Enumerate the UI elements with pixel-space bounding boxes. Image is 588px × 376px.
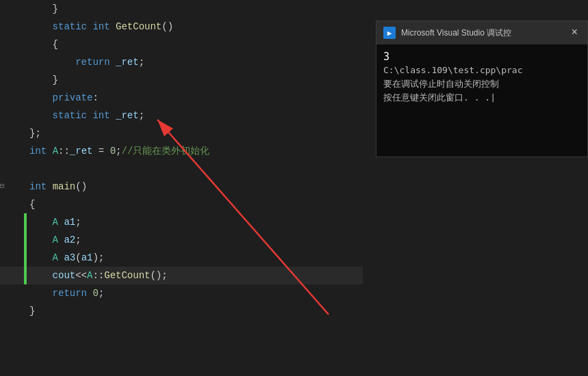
- code-content: cout<<A::GetCount();: [27, 267, 363, 284]
- code-line: A a2;: [0, 231, 363, 249]
- line-number: [0, 267, 24, 284]
- token: [29, 21, 53, 32]
- token: :: [92, 92, 98, 103]
- code-content: }: [27, 302, 363, 320]
- code-content: };: [27, 124, 363, 142]
- code-content: private:: [27, 89, 363, 107]
- line-number: [0, 71, 24, 89]
- code-line: return 0;: [0, 284, 363, 302]
- fold-indicator[interactable]: ⊟: [0, 178, 8, 196]
- line-number: [0, 231, 24, 249]
- code-content: {: [27, 196, 363, 213]
- token: [110, 110, 116, 121]
- code-content: }: [27, 0, 363, 18]
- code-content: [27, 160, 363, 178]
- token: _ret: [116, 57, 139, 68]
- line-number: [0, 284, 24, 302]
- token: (): [75, 181, 87, 192]
- code-line: static int GetCount(): [0, 18, 363, 36]
- line-number: ⊟: [0, 178, 24, 196]
- code-line: {: [0, 196, 363, 213]
- code-content: static int _ret;: [27, 107, 363, 124]
- line-number: [0, 36, 24, 53]
- token: A: [53, 252, 58, 263]
- token: return: [53, 288, 87, 299]
- code-line: static int _ret;: [0, 107, 363, 124]
- token: a1: [64, 217, 75, 228]
- code-line: }: [0, 302, 363, 320]
- code-content: {: [27, 36, 363, 53]
- token: a1: [81, 252, 93, 263]
- code-line: }: [0, 71, 363, 89]
- code-content: int A::_ret = 0;//只能在类外初始化: [27, 142, 363, 160]
- line-number: [0, 213, 24, 231]
- code-line: A a1;: [0, 213, 363, 231]
- close-button[interactable]: ×: [568, 26, 580, 40]
- token: [29, 252, 53, 263]
- token: _ret: [70, 146, 93, 157]
- token: _ret: [116, 110, 139, 121]
- line-number: [0, 196, 24, 213]
- token: {: [29, 199, 35, 210]
- code-content: A a2;: [27, 231, 363, 249]
- token: {: [29, 39, 58, 50]
- token: ;: [75, 234, 81, 245]
- line-number: [0, 107, 24, 124]
- popup-header: ▶ Microsoft Visual Studio 调试控 ×: [376, 21, 587, 44]
- line-number: [0, 142, 24, 160]
- token: static: [53, 21, 87, 32]
- popup-body-line: C:\class.109\test.cpp\prac: [383, 64, 580, 77]
- code-line: ⊟int main(): [0, 178, 363, 196]
- token: [29, 92, 53, 103]
- line-number: [0, 249, 24, 267]
- token: [29, 57, 75, 68]
- token: A: [53, 217, 58, 228]
- debug-popup: ▶ Microsoft Visual Studio 调试控 × 3C:\clas…: [376, 21, 588, 157]
- line-number: [0, 160, 24, 178]
- token: =: [92, 146, 110, 157]
- popup-title: Microsoft Visual Studio 调试控: [401, 27, 563, 39]
- code-line: return _ret;: [0, 53, 363, 71]
- popup-body-line: 要在调试停止时自动关闭控制: [383, 77, 580, 91]
- token: [47, 181, 52, 192]
- token: int: [29, 146, 47, 157]
- token: A: [53, 234, 58, 245]
- token: 0: [92, 288, 98, 299]
- code-line: private:: [0, 89, 363, 107]
- token: cout: [53, 270, 76, 281]
- token: ;: [75, 217, 81, 228]
- token: ();: [150, 270, 167, 281]
- token: <<: [75, 270, 87, 281]
- token: ;: [99, 288, 104, 299]
- token: }: [29, 75, 58, 85]
- token: return: [75, 57, 110, 68]
- line-number: [0, 302, 24, 320]
- token: [47, 146, 52, 157]
- token: GetCount: [104, 270, 150, 281]
- token: [29, 234, 53, 245]
- token: [29, 110, 53, 121]
- code-editor: } static int GetCount() { return _ret; }…: [0, 0, 363, 376]
- popup-body-line: 按任意键关闭此窗口. . .|: [383, 91, 580, 105]
- token: int: [29, 181, 47, 192]
- code-content: int main(): [27, 178, 363, 196]
- token: 0: [110, 146, 116, 157]
- code-line: [0, 160, 363, 178]
- token: a3: [64, 252, 75, 263]
- token: a2: [64, 234, 75, 245]
- code-content: return 0;: [27, 284, 363, 302]
- popup-icon: ▶: [383, 27, 396, 39]
- code-line: int A::_ret = 0;//只能在类外初始化: [0, 142, 363, 160]
- code-line: A a3(a1);: [0, 249, 363, 267]
- token: GetCount: [116, 21, 162, 32]
- code-line: {: [0, 36, 363, 53]
- code-content: A a1;: [27, 213, 363, 231]
- line-number: [0, 124, 24, 142]
- token: );: [92, 252, 104, 263]
- line-number: [0, 18, 24, 36]
- token: [29, 217, 53, 228]
- token: };: [29, 128, 41, 139]
- token: }: [29, 306, 35, 317]
- line-number: [0, 53, 24, 71]
- token: (: [75, 252, 81, 263]
